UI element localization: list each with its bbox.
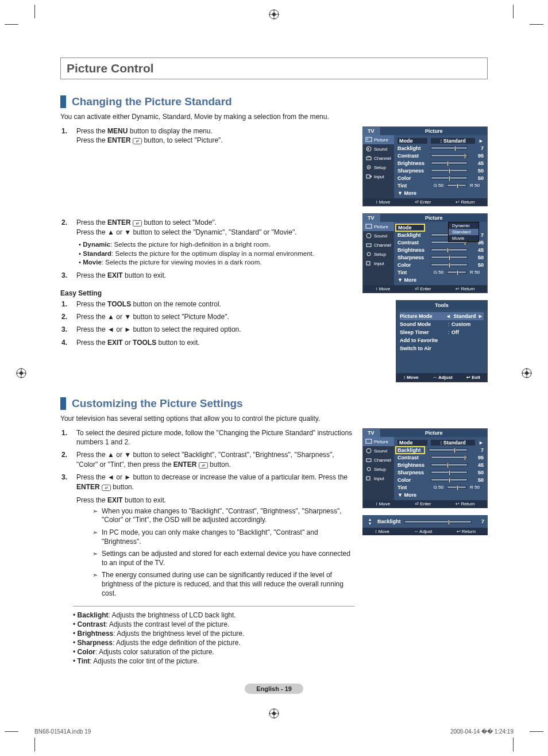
- step-2: Press the ENTER button to select "Mode".…: [60, 218, 354, 267]
- osd-tv-tab: TV: [363, 127, 381, 135]
- osd-panel-mode-dropdown: TV Picture Picture Sound Channel Setup I…: [362, 213, 488, 293]
- step-1: Press the MENU button to display the men…: [60, 126, 354, 145]
- svg-rect-27: [366, 224, 372, 228]
- tools-panel: Tools Picture Mode◄Standard► Sound Mode:…: [396, 300, 488, 382]
- svg-point-35: [366, 448, 371, 453]
- mode-option-dynamic: Dynamic: [449, 222, 478, 229]
- enter-icon: ⏎: [415, 199, 419, 205]
- cust-step-1: To select the desired picture mode, foll…: [60, 428, 354, 447]
- crop-mark-icon: [5, 731, 18, 732]
- osd-title: Picture: [381, 127, 487, 135]
- enter-icon: [102, 482, 111, 492]
- svg-point-37: [367, 467, 371, 471]
- svg-rect-34: [366, 439, 372, 443]
- easy-step-4: Press the EXIT or TOOLS button to exit.: [60, 338, 354, 347]
- note-1: When you make changes to "Backlight", "C…: [92, 507, 354, 525]
- osd-panel-picture-standard: TV Picture Picture Sound Channel Setup I…: [362, 126, 488, 206]
- enter-icon: [133, 218, 142, 228]
- setup-icon: [365, 164, 372, 170]
- mode-option-standard: Standard: [449, 229, 478, 235]
- mode-option-movie: Movie: [449, 235, 478, 241]
- mode-dropdown: Dynamic Standard Movie: [448, 222, 479, 242]
- backlight-adjust-panel: ▲▼ Backlight 7 ↕ Move ↔ Adjust ↩ Return: [362, 515, 488, 535]
- svg-rect-38: [366, 477, 370, 480]
- section2-intro: Your television has several setting opti…: [60, 415, 488, 423]
- sound-icon: [365, 146, 372, 152]
- note-3: Settings can be adjusted and stored for …: [92, 550, 354, 567]
- enter-icon: [199, 460, 208, 469]
- osd-panel-backlight-selected: TV Picture Picture Sound Channel Setup I…: [362, 428, 488, 508]
- section-title-changing-standard: Changing the Picture Standard: [60, 95, 488, 108]
- easy-step-2: Press the ▲ or ▼ button to select "Pictu…: [60, 312, 354, 321]
- print-footer: BN68-01541A.indb 19 2008-04-14 �� 1:24:1…: [0, 717, 548, 746]
- up-down-arrows-icon: ▲▼: [366, 517, 374, 525]
- svg-rect-31: [366, 262, 370, 265]
- svg-rect-36: [366, 459, 371, 462]
- osd-nav: Picture Sound Channel Setup Input: [363, 135, 394, 198]
- svg-rect-29: [366, 244, 371, 247]
- crop-mark-icon: [34, 738, 35, 746]
- step-3: Press the EXIT button to exit.: [60, 271, 354, 280]
- crop-mark-icon: [513, 738, 514, 746]
- note-4: The energy consumed during use can be si…: [92, 571, 354, 598]
- easy-step-3: Press the ◄ or ► button to select the re…: [60, 325, 354, 334]
- page-number-pill: English - 19: [245, 684, 303, 694]
- svg-point-19: [367, 139, 368, 140]
- tools-title: Tools: [396, 301, 487, 310]
- return-icon: ↩: [456, 199, 460, 205]
- cust-step-2: Press the ▲ or ▼ button to select "Backl…: [60, 450, 354, 469]
- svg-rect-21: [366, 157, 371, 160]
- picture-icon: [365, 137, 372, 143]
- chapter-title: Picture Control: [60, 57, 488, 79]
- print-file-label: BN68-01541A.indb 19: [34, 728, 91, 735]
- definitions-box: Backlight: Adjusts the brightness of LCD…: [73, 606, 354, 665]
- svg-point-25: [368, 167, 369, 168]
- svg-point-30: [367, 252, 371, 256]
- crop-mark-icon: [530, 731, 543, 732]
- section1-intro: You can activate either Dynamic, Standar…: [60, 113, 488, 121]
- svg-rect-26: [366, 175, 370, 178]
- svg-point-28: [366, 233, 371, 238]
- enter-icon: [133, 136, 142, 145]
- section-title-customizing: Customizing the Picture Settings: [60, 397, 488, 410]
- svg-rect-18: [366, 137, 372, 141]
- note-2: In PC mode, you can only make changes to…: [92, 528, 354, 546]
- channel-icon: [365, 155, 372, 161]
- easy-setting-heading: Easy Setting: [60, 289, 354, 297]
- print-timestamp: 2008-04-14 �� 1:24:19: [450, 728, 514, 735]
- input-icon: [365, 174, 372, 179]
- cust-step-3: Press the ◄ or ► button to decrease or i…: [60, 473, 354, 598]
- easy-step-1: Press the TOOLS button on the remote con…: [60, 300, 354, 309]
- move-icon: ↕: [375, 199, 377, 205]
